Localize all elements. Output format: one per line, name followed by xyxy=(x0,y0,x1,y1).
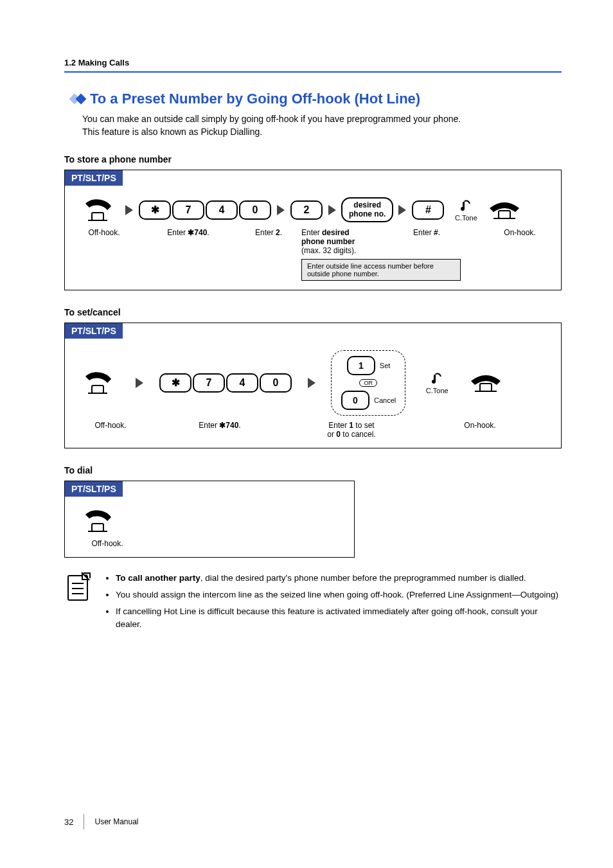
tip-3: If cancelling Hot Line is difficult beca… xyxy=(116,605,562,632)
page-number: 32 xyxy=(64,817,73,827)
note-icon xyxy=(64,572,93,635)
svg-rect-0 xyxy=(92,213,103,220)
store-heading: To store a phone number xyxy=(64,154,562,164)
onhook-icon xyxy=(487,199,526,221)
svg-rect-8 xyxy=(92,524,103,531)
onhook-icon xyxy=(468,372,507,394)
or-pill: OR xyxy=(359,379,377,387)
store-cap-onhook: On-hook. xyxy=(494,228,546,281)
sc-cap-740: Enter ✱740. xyxy=(146,421,294,439)
footer-separator xyxy=(84,814,84,829)
section-title: To a Preset Number by Going Off-hook (Ho… xyxy=(71,91,562,107)
tips-block: To call another party, dial the desired … xyxy=(64,572,562,635)
setcancel-heading: To set/cancel xyxy=(64,307,562,317)
store-cap-phoneno: Enter desired phone number (max. 32 digi… xyxy=(294,228,398,281)
offhook-icon xyxy=(75,197,120,223)
section-intro: You can make an outside call simply by g… xyxy=(82,112,562,139)
key-7: 7 xyxy=(172,200,204,220)
offhook-icon xyxy=(75,508,120,534)
dial-band: PT/SLT/PS xyxy=(65,481,123,497)
arrow-icon xyxy=(136,378,143,388)
key-4: 4 xyxy=(226,373,258,393)
key-star: ✱ xyxy=(159,373,191,393)
key-hash: # xyxy=(412,200,444,220)
key-0: 0 xyxy=(260,373,292,393)
footer-label: User Manual xyxy=(94,817,138,826)
key-7: 7 xyxy=(193,373,225,393)
arrow-icon xyxy=(277,205,285,215)
diamond-icon xyxy=(71,95,84,103)
offhook-icon xyxy=(75,370,120,396)
desired-phone-oval: desired phone no. xyxy=(341,197,393,222)
store-cap-offhook: Off-hook. xyxy=(75,228,133,281)
svg-rect-6 xyxy=(480,384,492,391)
section-title-text: To a Preset Number by Going Off-hook (Ho… xyxy=(90,91,420,107)
footer: 32 User Manual xyxy=(64,814,139,829)
svg-rect-2 xyxy=(499,211,510,218)
store-cap-hash: Enter #. xyxy=(398,228,456,281)
key-0-cancel: 0 xyxy=(341,391,369,410)
arrow-icon xyxy=(328,205,336,215)
tip-1: To call another party, dial the desired … xyxy=(116,572,562,585)
svg-rect-4 xyxy=(92,385,103,393)
key-2: 2 xyxy=(290,200,323,220)
store-band: PT/SLT/PS xyxy=(65,170,123,186)
store-cap-2: Enter 2. xyxy=(244,228,294,281)
store-flowbox: PT/SLT/PS ✱ 7 4 0 2 desired phone no. # xyxy=(64,170,562,290)
setcancel-flowbox: PT/SLT/PS ✱ 7 4 0 1Set OR 0Cancel C.Tone xyxy=(64,323,562,448)
dial-flowbox: PT/SLT/PS Off-hook. xyxy=(64,481,355,558)
svg-point-14 xyxy=(85,574,87,577)
key-sequence-740: ✱ 7 4 0 xyxy=(138,200,272,220)
tip-2: You should assign the intercom line as t… xyxy=(116,589,562,601)
key-0: 0 xyxy=(239,200,271,220)
arrow-icon xyxy=(398,205,406,215)
setcancel-band: PT/SLT/PS xyxy=(65,323,123,339)
set-cancel-choice: 1Set OR 0Cancel xyxy=(331,350,405,416)
arrow-icon xyxy=(308,378,315,388)
breadcrumb: 1.2 Making Calls xyxy=(64,58,562,67)
store-cap-740: Enter ✱740. xyxy=(133,228,244,281)
sc-cap-onhook: On-hook. xyxy=(448,421,512,439)
key-1: 1 xyxy=(347,356,375,375)
ctone-icon: C.Tone xyxy=(421,371,453,394)
dial-heading: To dial xyxy=(64,465,562,475)
sc-cap-choice: Enter 1 to set or 0 to cancel. xyxy=(294,421,409,439)
sc-cap-offhook: Off-hook. xyxy=(75,421,146,439)
key-star: ✱ xyxy=(139,200,171,220)
arrow-icon xyxy=(125,205,133,215)
key-sequence-740: ✱ 7 4 0 xyxy=(159,373,292,393)
key-4: 4 xyxy=(206,200,238,220)
header-rule xyxy=(64,71,562,73)
dial-cap-offhook: Off-hook. xyxy=(75,539,139,548)
ctone-icon: C.Tone xyxy=(450,199,482,222)
